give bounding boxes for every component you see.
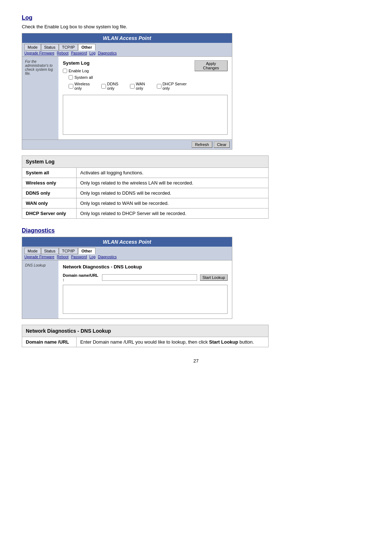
dns-wlan-nav: Mode Status TCP/IP Other Upgrade Firmwar… <box>22 247 232 260</box>
wireless-only-checkbox[interactable] <box>69 84 73 89</box>
page-number: 27 <box>22 358 370 364</box>
row-desc-ddns-only: Only logs related to DDNS will be record… <box>77 188 269 198</box>
link-reboot[interactable]: Reboot <box>57 51 69 55</box>
dns-section-heading: Network Diagnostics - DNS Lookup <box>63 264 228 270</box>
wan-only-label: WAN only <box>136 82 153 90</box>
wlan-diagnostics-panel: WLAN Access Point Mode Status TCP/IP Oth… <box>22 237 232 319</box>
enable-log-checkbox[interactable] <box>63 69 67 73</box>
dns-sidebar: DNS Lookup <box>22 260 58 319</box>
dns-link-reboot[interactable]: Reboot <box>57 255 69 259</box>
domain-name-row: Domain name/URL : Start Lookup <box>63 273 228 282</box>
apply-changes-button[interactable]: Apply Changes <box>195 60 228 71</box>
row-label-system-all: System all <box>22 168 77 178</box>
ddns-only-option: DDNS only <box>101 82 126 90</box>
clear-button[interactable]: Clear <box>214 141 230 148</box>
diagnostics-title: Diagnostics <box>22 227 370 234</box>
dns-lookup-table: Network Diagnostics - DNS Lookup Domain … <box>22 325 269 347</box>
wlan-body: For the administrator's to check system … <box>22 57 232 139</box>
dns-tab-status[interactable]: Status <box>41 248 59 254</box>
domain-input[interactable] <box>102 274 197 281</box>
row-desc-wireless-only: Only logs related to the wireless LAN wi… <box>77 178 269 188</box>
dns-wlan-body: DNS Lookup Network Diagnostics - DNS Loo… <box>22 260 232 319</box>
dns-results-textarea[interactable] <box>63 285 228 314</box>
ddns-only-checkbox[interactable] <box>101 84 106 89</box>
dns-tab-other[interactable]: Other <box>78 248 95 254</box>
wan-only-checkbox[interactable] <box>130 84 135 89</box>
wan-only-option: WAN only <box>130 82 153 90</box>
table-row: System all Activates all logging functio… <box>22 168 269 178</box>
log-description: Check the Enable Log box to show system … <box>22 24 370 29</box>
ddns-only-label: DDNS only <box>107 82 126 90</box>
row-desc-wan-only: Only logs related to WAN will be recorde… <box>77 198 269 208</box>
enable-log-label: Enable Log <box>69 69 89 73</box>
log-form: System Log Enable Log System all <box>63 60 195 93</box>
wlan-log-content: System Log Enable Log System all <box>58 57 232 139</box>
start-lookup-bold: Start Lookup <box>209 339 238 345</box>
link-log[interactable]: Log <box>89 51 95 55</box>
wireless-only-option: Wireless only <box>69 82 98 90</box>
dns-table-header: Network Diagnostics - DNS Lookup <box>22 325 269 337</box>
table-row: Domain name /URL Enter Domain name /URL … <box>22 337 269 347</box>
refresh-button[interactable]: Refresh <box>192 141 212 148</box>
dhcp-server-only-checkbox[interactable] <box>157 84 162 89</box>
system-log-table-header: System Log <box>22 156 269 168</box>
domain-label: Domain name/URL : <box>63 273 99 282</box>
start-lookup-button[interactable]: Start Lookup <box>200 274 228 281</box>
tab-tcpip[interactable]: TCP/IP <box>59 44 78 50</box>
dns-link-diagnostics[interactable]: Diagnostics <box>98 255 117 259</box>
tab-status[interactable]: Status <box>41 44 59 50</box>
dns-row-desc: Enter Domain name /URL you would like to… <box>77 337 269 347</box>
dns-link-upgrade-firmware[interactable]: Upgrade Firmware <box>24 255 54 259</box>
link-diagnostics[interactable]: Diagnostics <box>98 51 117 55</box>
row-label-dhcp-server-only: DHCP Server only <box>22 208 77 219</box>
system-log-table: System Log System all Activates all logg… <box>22 155 269 219</box>
system-all-checkbox[interactable] <box>69 75 73 80</box>
system-all-row: System all <box>69 75 195 80</box>
enable-log-row: Enable Log <box>63 69 195 73</box>
row-label-wireless-only: Wireless only <box>22 178 77 188</box>
dhcp-server-only-label: DHCP Server only <box>163 82 195 90</box>
dns-wlan-title: WLAN Access Point <box>22 237 232 247</box>
table-row: DHCP Server only Only logs related to DH… <box>22 208 269 219</box>
dns-content: Network Diagnostics - DNS Lookup Domain … <box>58 260 232 319</box>
log-options-row: Wireless only DDNS only WAN only <box>69 82 195 90</box>
wireless-only-label: Wireless only <box>74 82 98 90</box>
dhcp-server-only-option: DHCP Server only <box>157 82 195 90</box>
dns-wlan-tabs: Mode Status TCP/IP Other <box>24 248 230 254</box>
link-password[interactable]: Password <box>71 51 87 55</box>
table-row: DDNS only Only logs related to DDNS will… <box>22 188 269 198</box>
system-log-heading: System Log <box>63 60 195 66</box>
tab-mode[interactable]: Mode <box>24 44 41 50</box>
wlan-nav: Mode Status TCP/IP Other Upgrade Firmwar… <box>22 43 232 57</box>
row-label-ddns-only: DDNS only <box>22 188 77 198</box>
wlan-log-panel: WLAN Access Point Mode Status TCP/IP Oth… <box>22 33 232 150</box>
log-section: Log Check the Enable Log box to show sys… <box>22 15 370 219</box>
dns-wlan-links: Upgrade Firmware Reboot Password Log Dia… <box>24 255 230 259</box>
wlan-title: WLAN Access Point <box>22 33 232 43</box>
link-upgrade-firmware[interactable]: Upgrade Firmware <box>24 51 54 55</box>
log-textarea[interactable] <box>63 95 228 135</box>
wlan-sidebar: For the administrator's to check system … <box>22 57 58 139</box>
dns-link-log[interactable]: Log <box>89 255 95 259</box>
dns-tab-mode[interactable]: Mode <box>24 248 41 254</box>
row-desc-dhcp-server-only: Only logs related to DHCP Server will be… <box>77 208 269 219</box>
tab-other[interactable]: Other <box>78 44 95 50</box>
table-row: WAN only Only logs related to WAN will b… <box>22 198 269 208</box>
dns-row-label: Domain name /URL <box>22 337 77 347</box>
wlan-footer: Refresh Clear <box>22 139 232 149</box>
log-title: Log <box>22 15 370 21</box>
wlan-links: Upgrade Firmware Reboot Password Log Dia… <box>24 51 230 55</box>
row-desc-system-all: Activates all logging functions. <box>77 168 269 178</box>
row-label-wan-only: WAN only <box>22 198 77 208</box>
table-row: Wireless only Only logs related to the w… <box>22 178 269 188</box>
system-all-label: System all <box>74 75 93 80</box>
diagnostics-section: Diagnostics WLAN Access Point Mode Statu… <box>22 227 370 347</box>
dns-tab-tcpip[interactable]: TCP/IP <box>59 248 78 254</box>
wlan-tabs: Mode Status TCP/IP Other <box>24 44 230 50</box>
dns-link-password[interactable]: Password <box>71 255 87 259</box>
